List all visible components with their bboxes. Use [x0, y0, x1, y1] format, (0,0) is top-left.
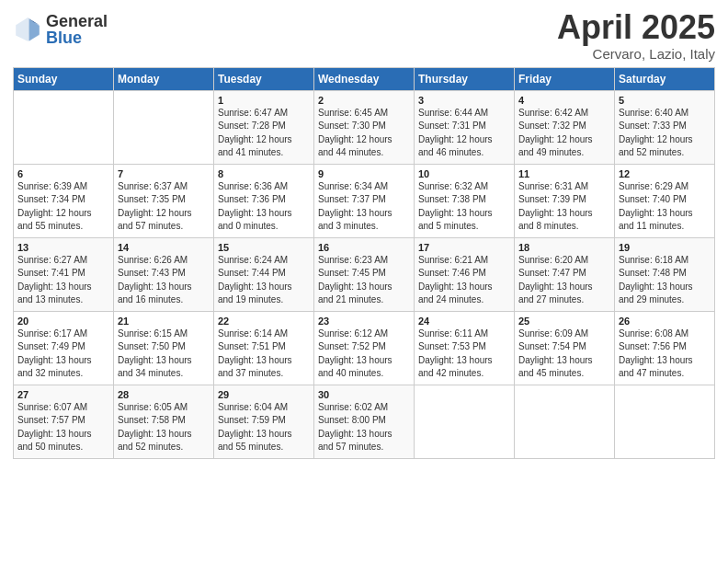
calendar-cell: 28Sunrise: 6:05 AM Sunset: 7:58 PM Dayli… [114, 385, 214, 458]
day-content: Sunrise: 6:42 AM Sunset: 7:32 PM Dayligh… [518, 107, 610, 160]
day-number: 6 [17, 168, 109, 179]
weekday-header: Saturday [615, 67, 715, 90]
day-number: 28 [118, 389, 210, 400]
day-number: 18 [518, 242, 610, 253]
day-number: 7 [118, 168, 210, 179]
day-number: 27 [17, 389, 109, 400]
day-content: Sunrise: 6:08 AM Sunset: 7:56 PM Dayligh… [619, 327, 711, 381]
calendar-cell: 1Sunrise: 6:47 AM Sunset: 7:28 PM Daylig… [214, 90, 314, 164]
day-content: Sunrise: 6:29 AM Sunset: 7:40 PM Dayligh… [619, 180, 711, 234]
logo-blue: Blue [46, 29, 108, 46]
logo-icon [13, 15, 42, 44]
calendar-cell [615, 385, 715, 458]
calendar-cell: 30Sunrise: 6:02 AM Sunset: 8:00 PM Dayli… [314, 385, 415, 458]
weekday-header-row: SundayMondayTuesdayWednesdayThursdayFrid… [14, 67, 715, 90]
calendar-cell: 20Sunrise: 6:17 AM Sunset: 7:49 PM Dayli… [14, 311, 114, 385]
calendar-cell: 19Sunrise: 6:18 AM Sunset: 7:48 PM Dayli… [615, 237, 715, 311]
day-number: 24 [418, 316, 510, 327]
calendar-container: General Blue April 2025 Cervaro, Lazio, … [0, 0, 728, 563]
calendar-cell: 25Sunrise: 6:09 AM Sunset: 7:54 PM Dayli… [515, 311, 615, 385]
day-content: Sunrise: 6:24 AM Sunset: 7:44 PM Dayligh… [218, 254, 310, 307]
day-content: Sunrise: 6:18 AM Sunset: 7:48 PM Dayligh… [619, 254, 711, 307]
day-number: 1 [218, 95, 310, 106]
weekday-header: Sunday [14, 67, 114, 90]
day-content: Sunrise: 6:20 AM Sunset: 7:47 PM Dayligh… [518, 254, 610, 307]
day-content: Sunrise: 6:31 AM Sunset: 7:39 PM Dayligh… [518, 180, 610, 234]
calendar-cell: 27Sunrise: 6:07 AM Sunset: 7:57 PM Dayli… [14, 385, 114, 458]
calendar-cell: 5Sunrise: 6:40 AM Sunset: 7:33 PM Daylig… [615, 90, 715, 164]
day-number: 19 [619, 242, 711, 253]
weekday-header: Wednesday [314, 67, 415, 90]
day-number: 3 [418, 95, 510, 106]
day-content: Sunrise: 6:11 AM Sunset: 7:53 PM Dayligh… [418, 327, 510, 381]
day-content: Sunrise: 6:47 AM Sunset: 7:28 PM Dayligh… [218, 107, 310, 160]
day-number: 4 [518, 95, 610, 106]
calendar-cell: 13Sunrise: 6:27 AM Sunset: 7:41 PM Dayli… [14, 237, 114, 311]
day-number: 12 [619, 168, 711, 179]
calendar-cell: 26Sunrise: 6:08 AM Sunset: 7:56 PM Dayli… [615, 311, 715, 385]
header: General Blue April 2025 Cervaro, Lazio, … [13, 9, 715, 62]
day-content: Sunrise: 6:15 AM Sunset: 7:50 PM Dayligh… [118, 327, 210, 381]
day-number: 26 [619, 316, 711, 327]
day-content: Sunrise: 6:04 AM Sunset: 7:59 PM Dayligh… [218, 401, 310, 454]
day-content: Sunrise: 6:12 AM Sunset: 7:52 PM Dayligh… [318, 327, 410, 381]
day-content: Sunrise: 6:17 AM Sunset: 7:49 PM Dayligh… [17, 327, 109, 381]
day-content: Sunrise: 6:40 AM Sunset: 7:33 PM Dayligh… [619, 107, 711, 160]
calendar-cell: 10Sunrise: 6:32 AM Sunset: 7:38 PM Dayli… [415, 164, 515, 237]
calendar-cell: 17Sunrise: 6:21 AM Sunset: 7:46 PM Dayli… [415, 237, 515, 311]
calendar-week-row: 1Sunrise: 6:47 AM Sunset: 7:28 PM Daylig… [14, 90, 715, 164]
day-content: Sunrise: 6:02 AM Sunset: 8:00 PM Dayligh… [318, 401, 410, 454]
calendar-cell: 9Sunrise: 6:34 AM Sunset: 7:37 PM Daylig… [314, 164, 415, 237]
calendar-cell: 18Sunrise: 6:20 AM Sunset: 7:47 PM Dayli… [515, 237, 615, 311]
calendar-cell: 11Sunrise: 6:31 AM Sunset: 7:39 PM Dayli… [515, 164, 615, 237]
day-content: Sunrise: 6:07 AM Sunset: 7:57 PM Dayligh… [17, 401, 109, 454]
day-content: Sunrise: 6:26 AM Sunset: 7:43 PM Dayligh… [118, 254, 210, 307]
day-content: Sunrise: 6:23 AM Sunset: 7:45 PM Dayligh… [318, 254, 410, 307]
day-number: 16 [318, 242, 410, 253]
day-number: 20 [17, 316, 109, 327]
calendar-cell: 7Sunrise: 6:37 AM Sunset: 7:35 PM Daylig… [114, 164, 214, 237]
calendar-cell: 2Sunrise: 6:45 AM Sunset: 7:30 PM Daylig… [314, 90, 415, 164]
weekday-header: Friday [515, 67, 615, 90]
day-content: Sunrise: 6:36 AM Sunset: 7:36 PM Dayligh… [218, 180, 310, 234]
calendar-cell [415, 385, 515, 458]
day-content: Sunrise: 6:45 AM Sunset: 7:30 PM Dayligh… [318, 107, 410, 160]
logo-general: General [46, 13, 108, 29]
calendar-week-row: 6Sunrise: 6:39 AM Sunset: 7:34 PM Daylig… [14, 164, 715, 237]
day-number: 5 [619, 95, 711, 106]
day-content: Sunrise: 6:09 AM Sunset: 7:54 PM Dayligh… [518, 327, 610, 381]
weekday-header: Tuesday [214, 67, 314, 90]
day-number: 22 [218, 316, 310, 327]
calendar-table: SundayMondayTuesdayWednesdayThursdayFrid… [13, 67, 715, 459]
calendar-cell: 23Sunrise: 6:12 AM Sunset: 7:52 PM Dayli… [314, 311, 415, 385]
day-number: 10 [418, 168, 510, 179]
day-number: 13 [17, 242, 109, 253]
calendar-cell: 3Sunrise: 6:44 AM Sunset: 7:31 PM Daylig… [415, 90, 515, 164]
day-number: 14 [118, 242, 210, 253]
title-location: Cervaro, Lazio, Italy [557, 46, 715, 62]
calendar-cell [515, 385, 615, 458]
day-number: 8 [218, 168, 310, 179]
calendar-cell: 29Sunrise: 6:04 AM Sunset: 7:59 PM Dayli… [214, 385, 314, 458]
calendar-cell [114, 90, 214, 164]
day-number: 15 [218, 242, 310, 253]
title-month: April 2025 [557, 9, 715, 46]
day-content: Sunrise: 6:37 AM Sunset: 7:35 PM Dayligh… [118, 180, 210, 234]
day-content: Sunrise: 6:05 AM Sunset: 7:58 PM Dayligh… [118, 401, 210, 454]
calendar-cell: 4Sunrise: 6:42 AM Sunset: 7:32 PM Daylig… [515, 90, 615, 164]
calendar-week-row: 20Sunrise: 6:17 AM Sunset: 7:49 PM Dayli… [14, 311, 715, 385]
weekday-header: Thursday [415, 67, 515, 90]
calendar-cell: 14Sunrise: 6:26 AM Sunset: 7:43 PM Dayli… [114, 237, 214, 311]
calendar-cell: 24Sunrise: 6:11 AM Sunset: 7:53 PM Dayli… [415, 311, 515, 385]
weekday-header: Monday [114, 67, 214, 90]
day-number: 30 [318, 389, 410, 400]
day-number: 2 [318, 95, 410, 106]
day-content: Sunrise: 6:21 AM Sunset: 7:46 PM Dayligh… [418, 254, 510, 307]
calendar-week-row: 13Sunrise: 6:27 AM Sunset: 7:41 PM Dayli… [14, 237, 715, 311]
logo: General Blue [13, 13, 108, 46]
calendar-cell [14, 90, 114, 164]
calendar-cell: 16Sunrise: 6:23 AM Sunset: 7:45 PM Dayli… [314, 237, 415, 311]
calendar-week-row: 27Sunrise: 6:07 AM Sunset: 7:57 PM Dayli… [14, 385, 715, 458]
day-number: 25 [518, 316, 610, 327]
calendar-cell: 22Sunrise: 6:14 AM Sunset: 7:51 PM Dayli… [214, 311, 314, 385]
